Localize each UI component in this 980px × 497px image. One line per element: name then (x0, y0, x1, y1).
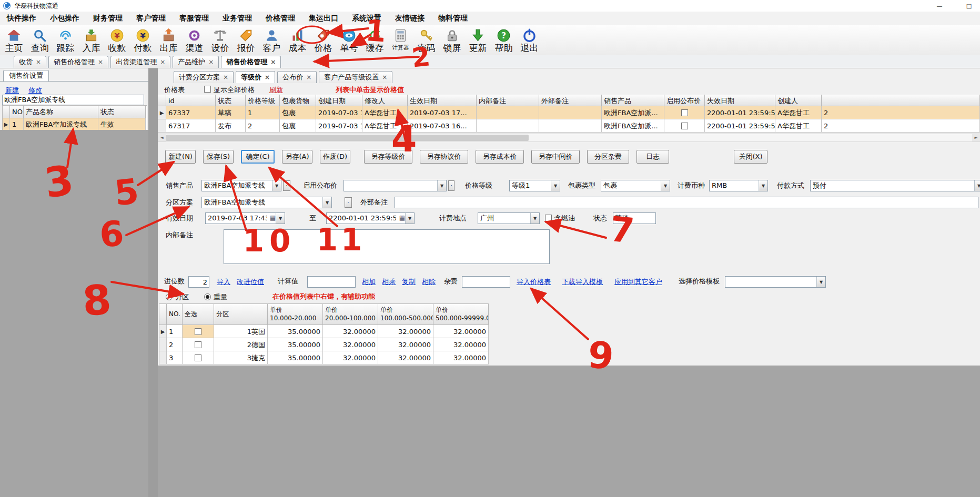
menu-item-finance[interactable]: 财务管理 (86, 14, 129, 23)
grid-horizontal-scrollbar[interactable]: ◄ ► (158, 134, 980, 142)
toolbar-button-outbound[interactable]: 出库 (156, 25, 181, 55)
enable-published-combo[interactable]: ▼ (343, 180, 447, 191)
close-tab-icon[interactable]: × (98, 58, 103, 66)
import-price-table-link[interactable]: 导入价格表 (517, 277, 551, 287)
price-cell[interactable]: 32.00000 (323, 351, 378, 364)
toolbar-button-tracking-number[interactable]: 单号 (336, 25, 362, 55)
price-cell[interactable]: 32.00000 (323, 338, 378, 351)
tab-sales-price-management-2[interactable]: 销售价格管理× (221, 56, 281, 68)
column-header-product-name[interactable]: 产品名称 (24, 106, 98, 118)
chevron-down-icon[interactable]: ▼ (276, 213, 285, 224)
toolbar-button-quote[interactable]: 报价 (233, 25, 259, 55)
column-header-price-1[interactable]: 单价10.000-20.000 (268, 304, 323, 325)
menu-item-consolidation-export[interactable]: 集运出口 (302, 14, 345, 23)
price-cell[interactable]: 32.00000 (378, 351, 433, 364)
toolbar-button-customer[interactable]: 客户 (259, 25, 285, 55)
sidebar-new-link[interactable]: 新建 (5, 86, 19, 94)
column-header-enable-published[interactable]: 启用公布价 (664, 95, 705, 106)
price-cell[interactable]: 32.00000 (433, 351, 489, 364)
close-tab-icon[interactable]: × (306, 74, 311, 81)
column-header-external-remark[interactable]: 外部备注 (539, 95, 602, 106)
close-button[interactable]: 关闭(X) (734, 150, 767, 164)
chevron-down-icon[interactable]: ▼ (974, 180, 980, 191)
toolbar-button-cache[interactable]: 缓存 (362, 25, 388, 55)
row-select-checkbox[interactable] (195, 341, 201, 348)
column-header-price-3[interactable]: 单价100.000-500.000 (378, 304, 433, 325)
sidebar-product-search-input[interactable] (2, 95, 144, 105)
calc-value-input[interactable] (307, 276, 356, 288)
toolbar-button-track[interactable]: 跟踪 (53, 25, 78, 55)
menu-item-links[interactable]: 友情链接 (388, 14, 431, 23)
price-cell[interactable]: 32.00000 (378, 338, 433, 351)
column-header-modifier[interactable]: 修改人 (362, 95, 408, 106)
menu-item-customer[interactable]: 客户管理 (129, 14, 173, 23)
effective-date-input[interactable]: 2019-07-03 17:43:58▦▼ (205, 212, 285, 224)
menu-item-price[interactable]: 价格管理 (259, 14, 302, 23)
chevron-down-icon[interactable]: ▼ (661, 180, 670, 191)
show-all-prices-checkbox[interactable] (204, 86, 211, 93)
add-link[interactable]: 相加 (362, 277, 376, 287)
toolbar-button-payment[interactable]: ¥ 付款 (130, 25, 156, 55)
close-tab-icon[interactable]: × (160, 58, 165, 66)
menu-item-parcel-ops[interactable]: 小包操作 (43, 14, 86, 23)
weight-radio[interactable] (204, 293, 211, 300)
chevron-down-icon[interactable]: ▼ (816, 277, 825, 287)
toolbar-button-exit[interactable]: 退出 (517, 25, 542, 55)
zone-misc-fee-button[interactable]: 分区杂费 (587, 150, 629, 164)
zone-ellipsis-button[interactable]: · (345, 197, 352, 208)
currency-combo[interactable]: RMB▼ (709, 180, 768, 191)
payment-method-combo[interactable]: 预付▼ (810, 180, 980, 191)
chevron-down-icon[interactable]: ▼ (272, 180, 281, 191)
save-as-button[interactable]: 另存(A) (282, 150, 312, 164)
column-header-creator[interactable]: 创建人 (775, 95, 822, 106)
internal-remark-textarea[interactable] (224, 229, 550, 264)
column-header-internal-remark[interactable]: 内部备注 (477, 95, 539, 106)
save-as-middle-price-button[interactable]: 另存中间价 (531, 150, 580, 164)
close-tab-icon[interactable]: × (382, 74, 387, 81)
sidebar-tab-sales-price-setting[interactable]: 销售价设置 (3, 70, 49, 82)
product-ellipsis-button[interactable]: · (283, 180, 290, 191)
close-tab-icon[interactable]: × (208, 58, 214, 66)
column-header-no[interactable]: NO. (10, 106, 24, 118)
chevron-down-icon[interactable]: ▼ (530, 213, 539, 224)
enable-published-checkbox[interactable] (681, 123, 688, 129)
confirm-button[interactable]: 确定(C) (241, 150, 275, 164)
toolbar-button-home[interactable]: 主页 (1, 25, 27, 55)
import-link[interactable]: 导入 (217, 277, 230, 287)
zone-row-czech[interactable]: 3 3捷克 35.00000 32.00000 32.00000 32.0000… (159, 351, 489, 364)
scroll-right-icon[interactable]: ► (972, 134, 980, 141)
column-header-create-date[interactable]: 创建日期 (316, 95, 362, 106)
price-cell[interactable]: 32.00000 (433, 338, 489, 351)
save-as-cost-price-button[interactable]: 另存成本价 (476, 150, 524, 164)
save-as-agreement-price-button[interactable]: 另存协议价 (420, 150, 468, 164)
scrollbar-thumb[interactable] (166, 135, 529, 141)
close-tab-icon[interactable]: × (36, 58, 41, 66)
column-header-price-4[interactable]: 单价500.000-99999.0 (433, 304, 489, 325)
toolbar-button-update[interactable]: 更新 (465, 25, 491, 55)
copy-link[interactable]: 复制 (402, 277, 416, 287)
zone-row-uk[interactable]: ▶ 1 1英国 35.00000 32.00000 32.00000 32.00… (159, 325, 489, 338)
column-header-no[interactable]: NO. (167, 304, 183, 325)
toolbar-button-price[interactable]: ¥ 价格 (310, 25, 336, 55)
sales-product-combo[interactable]: 欧洲FBA空加派专线▼ (201, 180, 281, 191)
fuel-surcharge-checkbox[interactable] (545, 215, 552, 221)
column-header-id[interactable]: id (166, 95, 216, 106)
log-button[interactable]: 日志 (637, 150, 669, 164)
column-header-zone[interactable]: 分区 (214, 304, 268, 325)
column-header-parcel-cargo[interactable]: 包裹货物 (280, 95, 316, 106)
billing-place-combo[interactable]: 广州▼ (478, 212, 540, 224)
toolbar-button-inbound[interactable]: 入库 (78, 25, 104, 55)
menu-item-customer-service[interactable]: 客服管理 (173, 14, 216, 23)
price-level-row-1[interactable]: ▶ 67337 草稿 1 包裹 2019-07-03 17... A华磊甘工 2… (158, 106, 980, 119)
maximize-button[interactable]: □ (961, 3, 977, 9)
toolbar-button-cost[interactable]: 成本 (285, 25, 310, 55)
subtab-customer-product-level[interactable]: 客户产品等级设置× (319, 71, 392, 83)
toolbar-button-search[interactable]: 查询 (27, 25, 53, 55)
enable-published-checkbox[interactable] (681, 109, 688, 116)
external-remark-input[interactable] (395, 197, 978, 208)
sidebar-splitter[interactable] (148, 68, 158, 497)
scroll-left-icon[interactable]: ◄ (158, 134, 166, 141)
close-tab-icon[interactable]: × (270, 58, 276, 66)
save-as-level-price-button[interactable]: 另存等级价 (364, 150, 412, 164)
price-cell[interactable]: 32.00000 (433, 325, 489, 338)
